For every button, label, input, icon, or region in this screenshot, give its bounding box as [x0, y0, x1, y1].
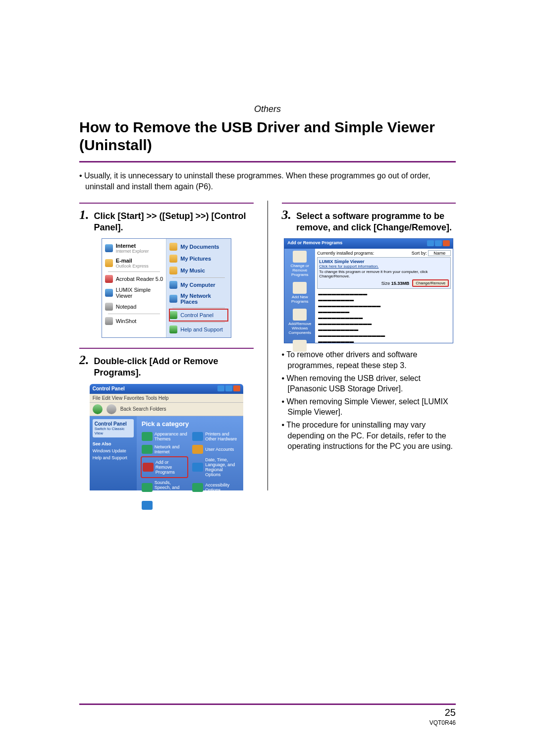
- close-icon[interactable]: [233, 385, 240, 391]
- start-my-pictures[interactable]: My Pictures: [169, 253, 228, 265]
- start-my-music[interactable]: My Music: [169, 265, 228, 276]
- start-my-computer[interactable]: My Computer: [169, 279, 228, 291]
- accessibility-icon: [192, 483, 203, 492]
- toolbar[interactable]: Back Search Folders: [90, 403, 243, 416]
- minimize-icon[interactable]: [217, 385, 224, 391]
- right-column: 3. Select a software programme to be rem…: [282, 201, 456, 490]
- start-notepad[interactable]: Notepad: [105, 301, 163, 313]
- window-titlebar[interactable]: Add or Remove Programs: [284, 239, 453, 249]
- step-title: Click [Start] >> ([Setup] >>) [Control P…: [94, 211, 254, 234]
- sidebar-control-panel[interactable]: Control Panel Switch to Classic View: [93, 419, 134, 437]
- performance-icon: [142, 501, 153, 510]
- network-icon: [169, 295, 177, 303]
- minimize-icon[interactable]: [427, 240, 434, 246]
- add-remove-icon: [143, 463, 154, 472]
- internet-icon: [105, 244, 113, 252]
- sort-by-label: Sort by:: [412, 251, 427, 256]
- cat-date-time[interactable]: Date, Time, Language, and Regional Optio…: [192, 457, 238, 477]
- step-number: 1.: [79, 208, 89, 222]
- intro-paragraph: • Usually, it is unnecessary to uninstal…: [79, 170, 456, 192]
- start-lumix[interactable]: LUMIX Simple Viewer: [105, 285, 163, 301]
- two-column-layout: 1. Click [Start] >> ([Setup] >>) [Contro…: [79, 201, 456, 490]
- appearance-icon: [142, 432, 153, 441]
- add-remove-programs-screenshot: Add or Remove Programs Change or Remove …: [284, 238, 453, 343]
- start-menu-screenshot: InternetInternet Explorer E-mailOutlook …: [102, 238, 231, 338]
- selected-program[interactable]: LUMIX Simple Viewer Click here for suppo…: [317, 257, 451, 289]
- start-internet[interactable]: InternetInternet Explorer: [105, 241, 163, 256]
- maximize-icon[interactable]: [225, 385, 232, 391]
- control-panel-icon: [169, 311, 177, 319]
- window-title: Add or Remove Programs: [287, 240, 342, 247]
- start-network-places[interactable]: My Network Places: [169, 291, 228, 307]
- list-item[interactable]: ▬▬▬▬▬▬▬▬: [317, 297, 451, 303]
- printers-icon: [192, 432, 203, 441]
- cat-accessibility[interactable]: Accessibility Options: [192, 480, 238, 495]
- step-rule: [79, 348, 254, 349]
- back-icon[interactable]: [93, 404, 103, 414]
- note-item: • When removing Simple Viewer, select [L…: [282, 396, 456, 418]
- footer-rule: [79, 703, 456, 705]
- maximize-icon[interactable]: [435, 240, 442, 246]
- list-item[interactable]: ▬▬▬▬▬▬▬▬▬▬▬: [317, 291, 451, 297]
- list-item[interactable]: ▬▬▬▬▬▬▬▬▬▬: [317, 315, 451, 321]
- list-item[interactable]: ▬▬▬▬▬▬▬▬: [317, 338, 451, 343]
- users-icon: [192, 445, 203, 454]
- window-titlebar[interactable]: Control Panel: [90, 384, 243, 394]
- pdf-icon: [105, 275, 113, 283]
- currently-installed-label: Currently installed programs:: [317, 251, 374, 256]
- start-help[interactable]: Help and Support: [169, 324, 228, 335]
- page-title: How to Remove the USB Driver and Simple …: [79, 118, 456, 154]
- arp-sidebar: Change or Remove Programs Add New Progra…: [284, 249, 315, 343]
- sidebar-windows-update[interactable]: Windows Update: [93, 447, 134, 454]
- list-item[interactable]: ▬▬▬▬▬▬▬: [317, 309, 451, 315]
- list-item[interactable]: ▬▬▬▬▬▬▬▬▬▬▬▬▬▬▬: [317, 332, 451, 338]
- cat-add-remove-programs[interactable]: Add or Remove Programs: [142, 457, 188, 477]
- email-icon: [105, 259, 113, 267]
- cat-network[interactable]: Network and Internet: [142, 444, 188, 454]
- side-change-remove[interactable]: Change or Remove Programs: [286, 251, 313, 277]
- list-item[interactable]: ▬▬▬▬▬▬▬▬▬: [317, 326, 451, 332]
- start-my-documents[interactable]: My Documents: [169, 241, 228, 253]
- music-icon: [169, 267, 177, 274]
- window-buttons[interactable]: [216, 385, 240, 392]
- cd-icon: [293, 282, 307, 294]
- start-winshot[interactable]: WinShot: [105, 315, 163, 327]
- menubar[interactable]: File Edit View Favorites Tools Help: [90, 394, 243, 403]
- step-rule: [79, 203, 254, 204]
- cat-performance[interactable]: Performance and Maintenance: [142, 498, 188, 513]
- step-3-heading: 3. Select a software programme to be rem…: [282, 208, 456, 234]
- list-item[interactable]: ▬▬▬▬▬▬▬▬▬▬▬▬▬▬: [317, 303, 451, 309]
- start-acrobat[interactable]: Acrobat Reader 5.0: [105, 273, 163, 285]
- list-item[interactable]: ▬▬▬▬▬▬▬▬▬▬▬▬: [317, 321, 451, 326]
- see-also-label: See Also: [93, 440, 134, 447]
- sidebar-help-support[interactable]: Help and Support: [93, 454, 134, 461]
- column-divider: [268, 201, 268, 490]
- sort-select[interactable]: Name: [428, 250, 451, 256]
- sound-icon: [142, 483, 153, 492]
- start-email[interactable]: E-mailOutlook Express: [105, 256, 163, 270]
- side-add-new[interactable]: Add New Programs: [286, 282, 313, 304]
- step-rule: [282, 203, 456, 204]
- step-number: 2.: [79, 353, 89, 368]
- document-code: VQT0R46: [429, 719, 456, 726]
- help-icon: [169, 325, 177, 333]
- step-title: Double-click [Add or Remove Programs].: [94, 356, 254, 379]
- forward-icon[interactable]: [107, 404, 116, 414]
- cat-sounds[interactable]: Sounds, Speech, and Audio Devices: [142, 480, 188, 495]
- arp-main: Currently installed programs: Sort by: N…: [315, 249, 453, 343]
- note-item: • To remove other drivers and software p…: [282, 349, 456, 371]
- window-buttons[interactable]: [426, 240, 450, 247]
- sidebar: Control Panel Switch to Classic View See…: [90, 416, 137, 490]
- folder-icon: [169, 243, 177, 251]
- close-icon[interactable]: [443, 240, 450, 246]
- notepad-icon: [105, 303, 113, 311]
- support-link[interactable]: Click here for support information.: [319, 264, 449, 269]
- change-remove-desc: To change this program or remove it from…: [319, 270, 449, 278]
- change-remove-button[interactable]: Change/Remove: [412, 279, 449, 287]
- start-control-panel[interactable]: Control Panel: [169, 309, 228, 321]
- cat-appearance[interactable]: Appearance and Themes: [142, 432, 188, 441]
- cat-printers[interactable]: Printers and Other Hardware: [192, 432, 238, 441]
- window-title: Control Panel: [93, 386, 125, 391]
- cat-user-accounts[interactable]: User Accounts: [192, 444, 238, 454]
- side-windows-components[interactable]: Add/Remove Windows Components: [286, 309, 313, 335]
